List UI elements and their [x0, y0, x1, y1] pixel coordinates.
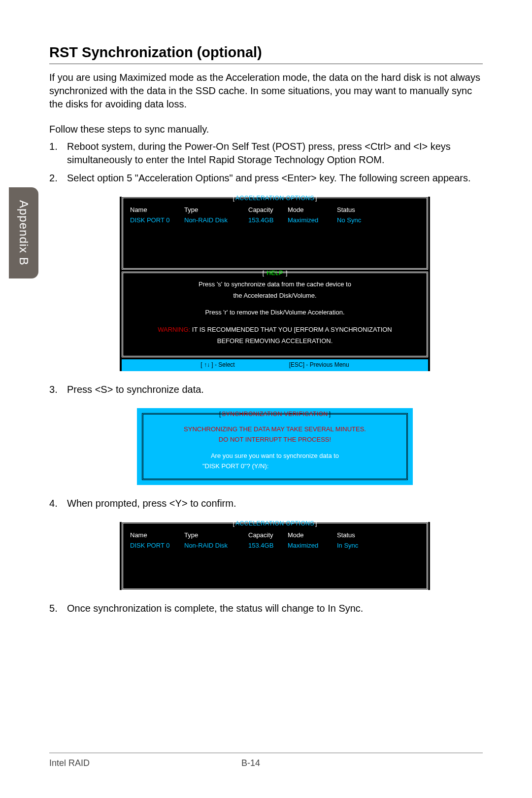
table-header: Name Type Capacity Mode Status [128, 530, 422, 541]
follow-text: Follow these steps to sync manually. [49, 123, 483, 136]
panel-title: [ACCELERATION OPTIONS] [123, 194, 427, 203]
table-row: DISK PORT 0 Non-RAID Disk 153.4GB Maximi… [128, 215, 422, 226]
panel-title-sync: [SYNCHRONIZATION VERIFICATION] [143, 410, 406, 418]
footer-page-number: B-14 [241, 758, 260, 768]
panel-title-2: [ACCELERATION OPTIONS] [123, 520, 427, 528]
footer-left: Intel RAID [49, 758, 241, 768]
step-1: Reboot system, during the Power-On Self … [49, 140, 483, 167]
bios-footer-bar: [ ↑↓ ] - Select [ESC] - Previous Menu [122, 359, 428, 371]
table-row: DISK PORT 0 Non-RAID Disk 153.4GB Maximi… [128, 541, 422, 551]
step-3: Press <S> to synchronize data. [SYNCHRON… [49, 383, 483, 485]
page-footer: Intel RAID B-14 [49, 753, 483, 768]
bios-sync-verify: [SYNCHRONIZATION VERIFICATION] SYNCHRONI… [137, 408, 413, 485]
panel-title-help: [ HELP ] [123, 269, 427, 278]
panel-accel-options-2: [ACCELERATION OPTIONS] Name Type Capacit… [122, 522, 428, 590]
panel-help: [ HELP ] Press 's' to synchronize data f… [122, 272, 428, 357]
step-2: Select option 5 "Acceleration Options" a… [49, 172, 483, 371]
intro-paragraph: If you are using Maximized mode as the A… [49, 71, 483, 111]
table-header: Name Type Capacity Mode Status [128, 205, 422, 215]
page-title: RST Synchronization (optional) [49, 44, 483, 61]
step-5: Once synchronization is complete, the st… [49, 602, 483, 615]
step-4: When prompted, press <Y> to confirm. [AC… [49, 497, 483, 590]
title-rule [49, 64, 483, 64]
bios-accel-options-insync: [ACCELERATION OPTIONS] Name Type Capacit… [120, 522, 430, 590]
panel-accel-options: [ACCELERATION OPTIONS] Name Type Capacit… [122, 197, 428, 270]
bios-accel-options-nosync: [ACCELERATION OPTIONS] Name Type Capacit… [120, 197, 430, 371]
